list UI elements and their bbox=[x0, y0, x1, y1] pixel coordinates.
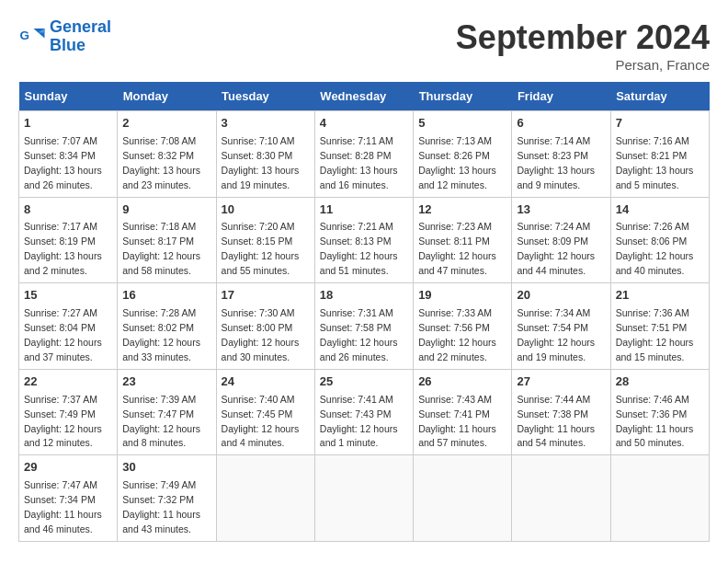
day-number: 29 bbox=[24, 459, 112, 477]
calendar-week-row: 29 Sunrise: 7:47 AMSunset: 7:34 PMDaylig… bbox=[19, 455, 710, 542]
calendar-day: 16 Sunrise: 7:28 AMSunset: 8:02 PMDaylig… bbox=[118, 283, 216, 370]
day-info: Sunrise: 7:10 AMSunset: 8:30 PMDaylight:… bbox=[222, 135, 300, 190]
day-info: Sunrise: 7:24 AMSunset: 8:09 PMDaylight:… bbox=[517, 221, 595, 276]
day-number: 30 bbox=[122, 459, 210, 477]
header-thursday: Thursday bbox=[414, 82, 512, 111]
day-number: 28 bbox=[616, 373, 704, 391]
calendar-day: 19 Sunrise: 7:33 AMSunset: 7:56 PMDaylig… bbox=[414, 283, 512, 370]
calendar-day bbox=[512, 455, 610, 542]
day-info: Sunrise: 7:27 AMSunset: 8:04 PMDaylight:… bbox=[24, 307, 102, 362]
calendar-day bbox=[216, 455, 314, 542]
calendar-day: 2 Sunrise: 7:08 AMSunset: 8:32 PMDayligh… bbox=[118, 111, 216, 198]
calendar-day: 17 Sunrise: 7:30 AMSunset: 8:00 PMDaylig… bbox=[216, 283, 314, 370]
day-number: 19 bbox=[418, 287, 506, 304]
calendar-day: 24 Sunrise: 7:40 AMSunset: 7:45 PMDaylig… bbox=[216, 369, 314, 455]
day-number: 10 bbox=[222, 201, 310, 219]
day-number: 5 bbox=[418, 115, 506, 132]
day-number: 21 bbox=[616, 287, 704, 304]
day-number: 16 bbox=[122, 287, 210, 304]
day-info: Sunrise: 7:39 AMSunset: 7:47 PMDaylight:… bbox=[122, 394, 200, 449]
day-number: 26 bbox=[418, 373, 506, 391]
day-number: 6 bbox=[517, 115, 605, 132]
day-number: 3 bbox=[222, 115, 310, 132]
day-info: Sunrise: 7:11 AMSunset: 8:28 PMDaylight:… bbox=[320, 135, 398, 190]
calendar-day: 28 Sunrise: 7:46 AMSunset: 7:36 PMDaylig… bbox=[610, 369, 709, 455]
day-info: Sunrise: 7:30 AMSunset: 8:00 PMDaylight:… bbox=[222, 307, 300, 362]
day-info: Sunrise: 7:16 AMSunset: 8:21 PMDaylight:… bbox=[616, 135, 694, 190]
day-info: Sunrise: 7:33 AMSunset: 7:56 PMDaylight:… bbox=[418, 307, 496, 362]
day-info: Sunrise: 7:08 AMSunset: 8:32 PMDaylight:… bbox=[122, 135, 200, 190]
month-title: September 2024 bbox=[456, 18, 710, 57]
calendar-day: 30 Sunrise: 7:49 AMSunset: 7:32 PMDaylig… bbox=[118, 455, 216, 542]
calendar-day: 15 Sunrise: 7:27 AMSunset: 8:04 PMDaylig… bbox=[19, 283, 118, 370]
day-number: 23 bbox=[122, 373, 210, 391]
header-friday: Friday bbox=[512, 82, 610, 111]
day-info: Sunrise: 7:36 AMSunset: 7:51 PMDaylight:… bbox=[616, 307, 694, 362]
calendar-day: 6 Sunrise: 7:14 AMSunset: 8:23 PMDayligh… bbox=[512, 111, 610, 198]
calendar-day bbox=[314, 455, 413, 542]
day-info: Sunrise: 7:26 AMSunset: 8:06 PMDaylight:… bbox=[616, 221, 694, 276]
calendar-day: 27 Sunrise: 7:44 AMSunset: 7:38 PMDaylig… bbox=[512, 369, 610, 455]
day-info: Sunrise: 7:46 AMSunset: 7:36 PMDaylight:… bbox=[616, 394, 694, 449]
location: Persan, France bbox=[456, 57, 710, 73]
svg-text:G: G bbox=[20, 29, 30, 42]
calendar-day: 18 Sunrise: 7:31 AMSunset: 7:58 PMDaylig… bbox=[314, 283, 413, 370]
calendar-week-row: 1 Sunrise: 7:07 AMSunset: 8:34 PMDayligh… bbox=[19, 111, 710, 198]
calendar-day: 29 Sunrise: 7:47 AMSunset: 7:34 PMDaylig… bbox=[19, 455, 118, 542]
day-info: Sunrise: 7:40 AMSunset: 7:45 PMDaylight:… bbox=[222, 394, 300, 449]
calendar-day: 20 Sunrise: 7:34 AMSunset: 7:54 PMDaylig… bbox=[512, 283, 610, 370]
calendar-day: 13 Sunrise: 7:24 AMSunset: 8:09 PMDaylig… bbox=[512, 197, 610, 283]
header-saturday: Saturday bbox=[610, 82, 709, 111]
day-number: 24 bbox=[222, 373, 310, 391]
day-number: 4 bbox=[320, 115, 408, 132]
calendar-day: 4 Sunrise: 7:11 AMSunset: 8:28 PMDayligh… bbox=[314, 111, 413, 198]
day-number: 15 bbox=[24, 287, 112, 304]
calendar-day: 7 Sunrise: 7:16 AMSunset: 8:21 PMDayligh… bbox=[610, 111, 709, 198]
calendar-week-row: 8 Sunrise: 7:17 AMSunset: 8:19 PMDayligh… bbox=[19, 197, 710, 283]
calendar-day: 5 Sunrise: 7:13 AMSunset: 8:26 PMDayligh… bbox=[414, 111, 512, 198]
logo-icon: G bbox=[18, 23, 46, 51]
day-number: 25 bbox=[320, 373, 408, 391]
day-info: Sunrise: 7:20 AMSunset: 8:15 PMDaylight:… bbox=[222, 221, 300, 276]
logo-text: General Blue bbox=[50, 18, 111, 55]
day-info: Sunrise: 7:28 AMSunset: 8:02 PMDaylight:… bbox=[122, 307, 200, 362]
calendar-day: 22 Sunrise: 7:37 AMSunset: 7:49 PMDaylig… bbox=[19, 369, 118, 455]
day-info: Sunrise: 7:13 AMSunset: 8:26 PMDaylight:… bbox=[418, 135, 496, 190]
day-info: Sunrise: 7:23 AMSunset: 8:11 PMDaylight:… bbox=[418, 221, 496, 276]
header-monday: Monday bbox=[118, 82, 216, 111]
day-info: Sunrise: 7:31 AMSunset: 7:58 PMDaylight:… bbox=[320, 307, 398, 362]
calendar-day: 11 Sunrise: 7:21 AMSunset: 8:13 PMDaylig… bbox=[314, 197, 413, 283]
day-info: Sunrise: 7:34 AMSunset: 7:54 PMDaylight:… bbox=[517, 307, 595, 362]
calendar-day: 25 Sunrise: 7:41 AMSunset: 7:43 PMDaylig… bbox=[314, 369, 413, 455]
day-number: 20 bbox=[517, 287, 605, 304]
day-info: Sunrise: 7:43 AMSunset: 7:41 PMDaylight:… bbox=[418, 394, 496, 449]
day-number: 22 bbox=[24, 373, 112, 391]
day-number: 2 bbox=[122, 115, 210, 132]
day-number: 17 bbox=[222, 287, 310, 304]
calendar-day: 26 Sunrise: 7:43 AMSunset: 7:41 PMDaylig… bbox=[414, 369, 512, 455]
calendar-day: 14 Sunrise: 7:26 AMSunset: 8:06 PMDaylig… bbox=[610, 197, 709, 283]
weekday-header-row: Sunday Monday Tuesday Wednesday Thursday… bbox=[19, 82, 710, 111]
day-number: 27 bbox=[517, 373, 605, 391]
logo-line1: General bbox=[50, 17, 111, 36]
header-sunday: Sunday bbox=[19, 82, 118, 111]
calendar-day: 3 Sunrise: 7:10 AMSunset: 8:30 PMDayligh… bbox=[216, 111, 314, 198]
calendar-day: 8 Sunrise: 7:17 AMSunset: 8:19 PMDayligh… bbox=[19, 197, 118, 283]
day-number: 18 bbox=[320, 287, 408, 304]
calendar-day: 12 Sunrise: 7:23 AMSunset: 8:11 PMDaylig… bbox=[414, 197, 512, 283]
title-block: September 2024 Persan, France bbox=[456, 18, 710, 73]
day-info: Sunrise: 7:14 AMSunset: 8:23 PMDaylight:… bbox=[517, 135, 595, 190]
day-number: 13 bbox=[517, 201, 605, 219]
calendar-day: 21 Sunrise: 7:36 AMSunset: 7:51 PMDaylig… bbox=[610, 283, 709, 370]
logo: G General Blue bbox=[18, 18, 111, 55]
day-number: 1 bbox=[24, 115, 112, 132]
day-number: 7 bbox=[616, 115, 704, 132]
day-info: Sunrise: 7:37 AMSunset: 7:49 PMDaylight:… bbox=[24, 394, 102, 449]
day-info: Sunrise: 7:07 AMSunset: 8:34 PMDaylight:… bbox=[24, 135, 102, 190]
page-header: G General Blue September 2024 Persan, Fr… bbox=[18, 18, 710, 73]
calendar-week-row: 15 Sunrise: 7:27 AMSunset: 8:04 PMDaylig… bbox=[19, 283, 710, 370]
day-number: 12 bbox=[418, 201, 506, 219]
calendar-week-row: 22 Sunrise: 7:37 AMSunset: 7:49 PMDaylig… bbox=[19, 369, 710, 455]
day-number: 9 bbox=[122, 201, 210, 219]
day-info: Sunrise: 7:47 AMSunset: 7:34 PMDaylight:… bbox=[24, 479, 102, 534]
